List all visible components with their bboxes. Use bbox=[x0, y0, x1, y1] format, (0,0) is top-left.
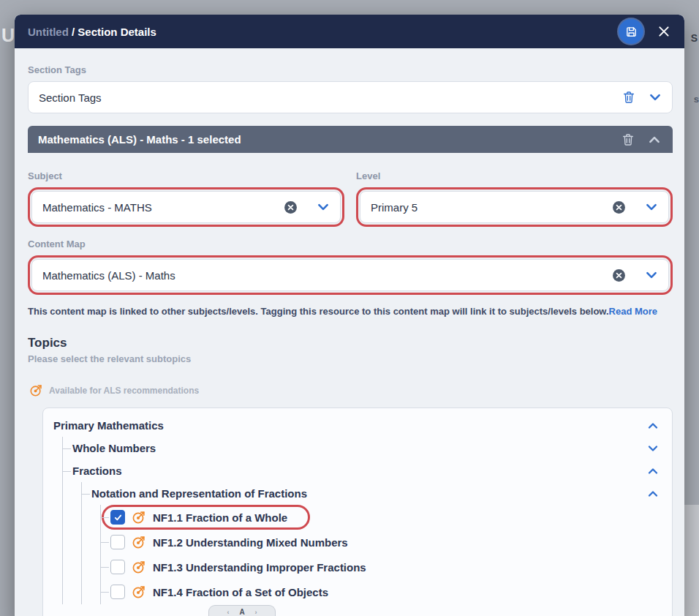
level-dropdown[interactable]: Primary 5 bbox=[360, 191, 669, 223]
tree-row-content: NF1.3 Understanding Improper Fractions bbox=[110, 560, 366, 574]
tree-guide-line bbox=[81, 555, 82, 579]
tree-row-label: NF1.3 Understanding Improper Fractions bbox=[153, 561, 366, 574]
tree-row-content: Fractions bbox=[72, 465, 122, 477]
tree-row-label: Primary Mathematics bbox=[53, 419, 164, 432]
section-details-modal: Untitled / Section Details bbox=[15, 15, 684, 616]
breadcrumb-current: Section Details bbox=[78, 26, 156, 38]
als-target-icon bbox=[132, 585, 146, 599]
clear-circle-icon[interactable] bbox=[284, 200, 298, 214]
breadcrumb-untitled: Untitled bbox=[28, 26, 69, 38]
tree-row: NF1.3 Understanding Improper Fractions bbox=[43, 555, 672, 579]
breadcrumb: Untitled / Section Details bbox=[28, 26, 156, 38]
content-map-label: Content Map bbox=[28, 238, 673, 249]
chevron-up-icon[interactable] bbox=[647, 488, 659, 500]
tree-connector bbox=[82, 494, 90, 495]
als-target-icon bbox=[132, 510, 146, 525]
chevron-left-icon: ‹ bbox=[227, 609, 229, 616]
tree-row: Notation and Representation of Fractions bbox=[43, 482, 672, 505]
tree-guide-line bbox=[62, 530, 63, 555]
trash-icon[interactable] bbox=[622, 91, 635, 104]
chevron-down-icon[interactable] bbox=[647, 443, 659, 454]
tree-connector bbox=[101, 567, 109, 568]
tree-connector bbox=[63, 471, 71, 472]
chevron-down-icon[interactable] bbox=[645, 200, 658, 214]
chevron-down-icon[interactable] bbox=[317, 200, 330, 214]
tree-row: NF1.2 Understanding Mixed Numbers bbox=[43, 530, 672, 555]
breadcrumb-separator: / bbox=[69, 26, 78, 38]
save-button[interactable] bbox=[619, 19, 643, 44]
clear-circle-icon[interactable] bbox=[612, 268, 626, 282]
subject-dropdown[interactable]: Mathematics - MATHS bbox=[31, 191, 341, 223]
tree-guide-line bbox=[81, 579, 82, 604]
chevron-up-icon[interactable] bbox=[647, 465, 659, 477]
annotation-highlight: Primary 5 bbox=[356, 187, 673, 227]
chevron-down-icon[interactable] bbox=[649, 91, 662, 104]
tree-row-label: Notation and Representation of Fractions bbox=[91, 487, 307, 500]
tree-row-label: Fractions bbox=[72, 465, 122, 477]
topics-title: Topics bbox=[28, 336, 673, 350]
tree-row: Whole Numbers bbox=[43, 437, 672, 459]
tree-connector bbox=[101, 517, 109, 518]
topics-subtitle: Please select the relevant subtopics bbox=[28, 353, 673, 364]
modal-body: Section Tags Section Tags bbox=[15, 48, 684, 616]
tree-row-content: Primary Mathematics bbox=[53, 419, 164, 432]
tree-connector bbox=[101, 592, 109, 593]
tree-guide-line bbox=[62, 579, 63, 604]
tree-row-content: Whole Numbers bbox=[72, 442, 156, 454]
linked-content-note-text: This content map is linked to other subj… bbox=[28, 306, 609, 317]
backdrop-text-fragment: s bbox=[694, 94, 699, 105]
section-tags-value: Section Tags bbox=[39, 91, 622, 104]
tree-row-content: NF1.2 Understanding Mixed Numbers bbox=[110, 535, 348, 549]
annotation-highlight: NF1.1 Fraction of a Whole bbox=[102, 505, 310, 530]
subject-value: Mathematics - MATHS bbox=[42, 201, 284, 214]
subject-level-row: Subject Mathematics - MATHS bbox=[28, 153, 673, 227]
trash-icon[interactable] bbox=[621, 133, 635, 146]
tree-row: NF1.1 Fraction of a Whole bbox=[43, 505, 672, 530]
clear-circle-icon[interactable] bbox=[612, 200, 626, 214]
tree-row: Fractions bbox=[43, 459, 672, 482]
als-target-icon bbox=[132, 560, 146, 574]
subject-label: Subject bbox=[28, 170, 344, 181]
bottom-handle[interactable]: ‹ A › bbox=[208, 605, 276, 616]
als-legend-text: Available for ALS recommendations bbox=[49, 386, 199, 396]
section-tags-dropdown[interactable]: Section Tags bbox=[28, 81, 673, 113]
content-map-group-header[interactable]: Mathematics (ALS) - Maths - 1 selected bbox=[28, 126, 673, 153]
backdrop-text-fragment: U bbox=[1, 25, 15, 46]
read-more-link[interactable]: Read More bbox=[609, 306, 657, 317]
content-map-value: Mathematics (ALS) - Maths bbox=[42, 269, 612, 282]
level-label: Level bbox=[356, 170, 673, 181]
tree-row: NF1.4 Fraction of a Set of Objects bbox=[43, 579, 672, 604]
level-value: Primary 5 bbox=[371, 201, 612, 214]
close-icon[interactable] bbox=[655, 23, 673, 40]
topic-checkbox[interactable] bbox=[110, 535, 125, 549]
linked-content-note: This content map is linked to other subj… bbox=[28, 305, 673, 318]
als-legend: Available for ALS recommendations bbox=[29, 383, 673, 397]
floppy-disk-icon bbox=[625, 26, 638, 38]
backdrop-text-fragment: S bbox=[691, 32, 698, 44]
tree-connector bbox=[63, 448, 71, 449]
topic-checkbox[interactable] bbox=[110, 585, 125, 599]
tree-row: Primary Mathematics bbox=[43, 414, 672, 437]
annotation-highlight: Mathematics (ALS) - Maths bbox=[28, 255, 673, 295]
bottom-handle-label: A bbox=[239, 608, 244, 616]
tree-row-label: Whole Numbers bbox=[72, 442, 156, 454]
tree-connector bbox=[101, 542, 109, 543]
chevron-right-icon: › bbox=[255, 609, 257, 616]
chevron-up-icon[interactable] bbox=[647, 420, 659, 432]
screen: U S s Untitled / Section Details bbox=[0, 0, 699, 616]
header-actions bbox=[619, 19, 673, 44]
tree-row-content: Notation and Representation of Fractions bbox=[91, 487, 307, 500]
als-target-icon bbox=[132, 535, 146, 549]
modal-header: Untitled / Section Details bbox=[15, 15, 684, 48]
chevron-up-icon[interactable] bbox=[648, 133, 661, 146]
tree-row-label: NF1.2 Understanding Mixed Numbers bbox=[153, 536, 348, 549]
chevron-down-icon[interactable] bbox=[645, 268, 658, 282]
tree-guide-line bbox=[81, 505, 82, 530]
topic-checkbox-checked[interactable] bbox=[110, 510, 125, 525]
tree-guide-line bbox=[81, 530, 82, 555]
annotation-highlight: Mathematics - MATHS bbox=[28, 187, 344, 227]
section-tags-label: Section Tags bbox=[28, 64, 673, 75]
content-map-dropdown[interactable]: Mathematics (ALS) - Maths bbox=[31, 259, 669, 291]
tree-guide-line bbox=[62, 555, 63, 579]
topic-checkbox[interactable] bbox=[110, 560, 125, 574]
